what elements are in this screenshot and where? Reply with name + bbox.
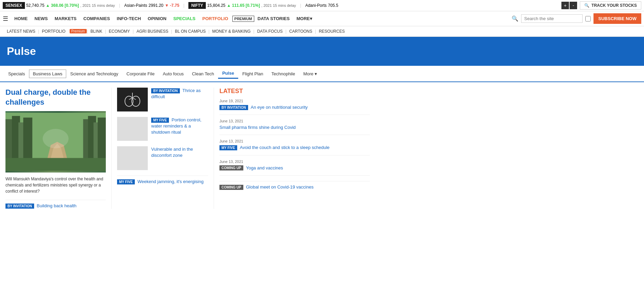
search-icon: 🔍 (584, 3, 589, 8)
latest-item-4: June 13, 2021 COMING UP Yoga and vaccine… (219, 160, 370, 176)
latest-item-1-title[interactable]: An eye on nutritional security (251, 105, 308, 110)
section-nav-pulse[interactable]: Pulse (218, 69, 238, 79)
ticker-bar: SENSEX 52,740.75 ▲ 368.06 [0.70%] , 2021… (0, 0, 644, 11)
center-article-1-thumb (117, 88, 148, 111)
asian-paints-ticker: Asian-Paints 2991.20 ▼ -7.75 (124, 3, 179, 8)
nav-more[interactable]: MORE▾ (293, 11, 316, 26)
section-nav-more[interactable]: More ▾ (299, 69, 321, 78)
bottom-article-1-tag: BY INVITATION (5, 204, 34, 209)
sub-nav: LATEST NEWS | PORTFOLIO Premium | BLINK … (0, 26, 644, 37)
latest-item-3-date: June 13, 2021 (219, 139, 370, 143)
nav-portfolio[interactable]: PORTFOLIO (199, 11, 232, 26)
divider1: | (119, 3, 120, 8)
nav-news[interactable]: NEWS (31, 11, 51, 26)
center-article-2-thumb (117, 117, 148, 141)
latest-item-3-tag: MY FIVE (219, 145, 237, 150)
latest-item-1-tag: BY INVITATION (219, 105, 248, 110)
nav-home[interactable]: HOME (11, 11, 31, 26)
nav-markets[interactable]: MARKETS (51, 11, 80, 26)
nifty-label: NIFTY (188, 2, 206, 9)
center-article-3-thumb (117, 146, 148, 170)
bottom-latest-tag: COMING UP (219, 185, 243, 190)
main-article-image (5, 111, 106, 172)
bottom-center-tag: MY FIVE (117, 179, 135, 184)
section-nav-auto-focus[interactable]: Auto focus (159, 69, 188, 78)
latest-item-4-title[interactable]: Yoga and vaccines (246, 165, 283, 170)
center-article-2-content: MY FIVE Portion control, water reminders… (151, 117, 208, 136)
subnav-cartoons[interactable]: CARTOONS (286, 28, 315, 34)
center-article-3-title[interactable]: Vulnerable and in the discomfort zone (151, 147, 193, 158)
adani-name: Adani-Ports (305, 3, 327, 8)
svg-point-10 (43, 129, 69, 148)
subnav-resources[interactable]: RESOURCES (316, 28, 347, 34)
divider2: | (183, 3, 184, 8)
center-article-2-tag: MY FIVE (151, 118, 169, 123)
adani-ticker: Adani-Ports 705.5 (305, 3, 338, 8)
subnav-agri-business[interactable]: AGRI BUSINESS (134, 28, 171, 34)
nav-data-stories[interactable]: DATA STORIES (254, 11, 293, 26)
nifty-ticker: NIFTY 15,804.25 ▲ 111.65 [0.71%] , 2021 … (188, 2, 296, 9)
subnav-blink[interactable]: BLINK (88, 28, 105, 34)
section-nav-science-technology[interactable]: Science and Technology (66, 69, 123, 78)
nifty-change: ▲ 111.65 [0.71%] (227, 3, 260, 8)
section-nav-flight-plan[interactable]: Flight Plan (238, 69, 267, 78)
subnav-money-banking[interactable]: MONEY & BANKING (210, 28, 253, 34)
bottom-article-1-title[interactable]: Building back health (37, 203, 76, 208)
latest-item-4-tag: COMING UP (219, 165, 243, 170)
zoom-plus-button[interactable]: + (561, 2, 569, 9)
section-nav-corporate-file[interactable]: Corporate File (123, 69, 159, 78)
divider3: | (300, 3, 301, 8)
latest-item-4-date: June 13, 2021 (219, 160, 370, 164)
checkbox-nav[interactable] (585, 16, 591, 21)
bottom-center-title[interactable]: Weekend jamming, it's energising (138, 179, 204, 184)
left-column: Dual charge, double the challenges (5, 88, 111, 209)
latest-item-2-date: June 13, 2021 (219, 119, 370, 123)
section-nav-specials[interactable]: Specials (4, 69, 29, 78)
bottom-center-article: MY FIVE Weekend jamming, it's energising (117, 176, 208, 185)
asian-paints-change: ▼ -7.75 (165, 3, 180, 8)
subnav-bl-on-campus[interactable]: BL ON CAMPUS (172, 28, 208, 34)
subnav-portfolio[interactable]: PORTFOLIO (39, 28, 68, 34)
section-nav: Specials Business Laws Science and Techn… (0, 66, 644, 82)
bottom-article-1: BY INVITATION Building back health (5, 203, 106, 209)
center-article-2: MY FIVE Portion control, water reminders… (117, 117, 208, 141)
track-stocks-label: TRACK YOUR STOCKS (591, 3, 637, 8)
nav-info-tech[interactable]: INFO-TECH (113, 11, 144, 26)
nav-premium-badge[interactable]: PREMIUM (232, 16, 254, 22)
nav-specials[interactable]: SPECIALS (170, 11, 199, 26)
latest-item-3: June 13, 2021 MY FIVE Avoid the couch an… (219, 139, 370, 155)
nav-items: HOME NEWS MARKETS COMPANIES INFO-TECH OP… (11, 11, 512, 26)
center-article-3-content: Vulnerable and in the discomfort zone (151, 146, 208, 159)
section-nav-technophile[interactable]: Technophile (267, 69, 299, 78)
asian-paints-name: Asian-Paints (124, 3, 147, 8)
latest-item-2-title[interactable]: Small pharma firms shine during Covid (219, 125, 296, 130)
adani-value: 705.5 (328, 3, 338, 8)
main-article-desc-text: Will Mansukh Mandaviya's control over th… (5, 177, 103, 194)
section-nav-business-laws[interactable]: Business Laws (29, 70, 66, 78)
subnav-latest-news[interactable]: LATEST NEWS (4, 28, 38, 34)
bottom-articles: BY INVITATION Building back health (5, 200, 106, 209)
sensex-label: SENSEX (3, 2, 25, 9)
subscribe-button[interactable]: SUBSCRIBE NOW (593, 13, 641, 24)
subnav-data-focus[interactable]: DATA FOCUS (254, 28, 285, 34)
svg-rect-9 (5, 158, 106, 171)
nifty-value: 15,804.25 (207, 3, 225, 8)
search-icon-nav[interactable]: 🔍 (512, 15, 518, 22)
nav-companies[interactable]: COMPANIES (80, 11, 113, 26)
sensex-change: ▲ 368.06 [0.70%] (46, 3, 79, 8)
zoom-controls[interactable]: + - (561, 2, 577, 9)
section-nav-clean-tech[interactable]: Clean Tech (188, 69, 218, 78)
center-article-1-content: BY INVITATION Thrice as difficult (151, 88, 208, 100)
subnav-economy[interactable]: ECONOMY (106, 28, 133, 34)
latest-item-3-title[interactable]: Avoid the couch and stick to a sleep sch… (240, 145, 330, 150)
track-stocks-button[interactable]: 🔍 TRACK YOUR STOCKS (580, 1, 641, 10)
search-input[interactable] (521, 14, 583, 23)
hamburger-icon[interactable]: ☰ (3, 15, 8, 22)
zoom-minus-button[interactable]: - (570, 2, 577, 9)
main-article-title[interactable]: Dual charge, double the challenges (5, 88, 106, 107)
nav-opinion[interactable]: OPINION (144, 11, 170, 26)
latest-item-1: June 19, 2021 BY INVITATION An eye on nu… (219, 99, 370, 115)
premium-badge: Premium (70, 29, 87, 33)
center-article-1: BY INVITATION Thrice as difficult (117, 88, 208, 111)
bottom-latest-title[interactable]: Global meet on Covid-19 vaccines (246, 184, 314, 190)
